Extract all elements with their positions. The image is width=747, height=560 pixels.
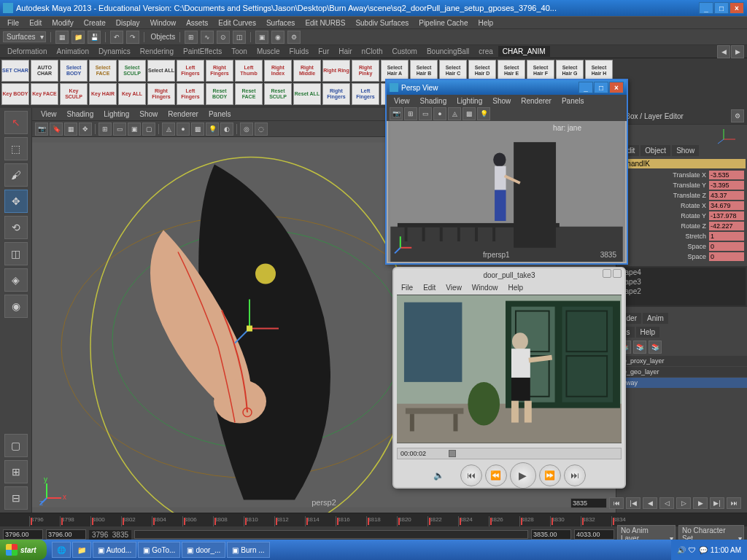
shelf-btn-select-body[interactable]: Select BODY (60, 60, 88, 82)
video-playhead[interactable] (449, 450, 456, 457)
layer-book2-icon[interactable]: 📚 (633, 341, 646, 354)
video-prev-button[interactable]: ⏮ (460, 464, 482, 486)
shelf-btn-select-sculp[interactable]: Select SCULP (118, 60, 146, 82)
menu-edit-nurbs[interactable]: Edit NURBS (301, 19, 349, 27)
attr-value-field[interactable]: 43.37 (709, 191, 744, 200)
menu-create[interactable]: Create (80, 19, 110, 27)
range-slider[interactable] (134, 530, 528, 539)
shelf-btn-key-face[interactable]: Key FACE (31, 83, 58, 105)
vp-menu-lighting[interactable]: Lighting (99, 110, 133, 118)
menu-help[interactable]: Help (473, 19, 498, 27)
module-dropdown[interactable]: Surfaces (3, 31, 46, 42)
range-start-field[interactable] (3, 529, 43, 540)
shelf-btn-right-fingers[interactable]: Right Fingers (206, 60, 233, 82)
shelf-btn-right-ring[interactable]: Right Ring (322, 60, 350, 82)
shelf-btn-right-middle[interactable]: Right Middle (293, 60, 321, 82)
menu-assets[interactable]: Assets (182, 19, 212, 27)
quicklaunch-2[interactable]: 📁 (72, 542, 91, 558)
snap-point-icon[interactable]: ⊙ (217, 31, 230, 44)
persp-menu-panels[interactable]: Panels (557, 97, 589, 105)
shelf-tab-dynamics[interactable]: Dynamics (94, 46, 135, 57)
vp-menu-view[interactable]: View (36, 110, 61, 118)
rotate-tool[interactable]: ⟲ (4, 216, 28, 239)
shelf-btn-key-body[interactable]: Key BODY (1, 83, 29, 105)
snap-plane-icon[interactable]: ◫ (233, 31, 246, 44)
vp-lights-icon[interactable]: 💡 (206, 122, 219, 136)
shelf-btn-left-thumb[interactable]: Left Thumb (235, 60, 263, 82)
new-scene-icon[interactable]: ▦ (55, 31, 69, 44)
persp-gate-icon[interactable]: ▭ (419, 107, 432, 120)
shelf-btn-right-fingers[interactable]: Right Fingers (322, 83, 350, 105)
layout-icon[interactable]: ⊟ (4, 486, 28, 510)
video-minimize-button[interactable] (603, 269, 611, 278)
video-scrubber[interactable]: 00:00:02 (397, 448, 622, 459)
shelf-btn-left-fingers[interactable]: Left Fingers (177, 60, 204, 82)
persp-wire-icon[interactable]: ◬ (448, 107, 461, 120)
move-tool[interactable]: ✥ (4, 190, 28, 213)
range-end-field[interactable] (574, 529, 614, 540)
vp-2d-pan-icon[interactable]: ✥ (79, 122, 92, 136)
attr-value-field[interactable]: -42.227 (709, 222, 744, 230)
shelf-btn-right-pinky[interactable]: Right Pinky (352, 60, 379, 82)
snap-curve-icon[interactable]: ∿ (201, 31, 214, 44)
current-frame-field[interactable] (570, 498, 607, 508)
persp-menu-view[interactable]: View (390, 97, 414, 105)
persp-minimize-button[interactable]: _ (578, 82, 593, 93)
vp-menu-renderer[interactable]: Renderer (163, 110, 203, 118)
shelf-btn-reset-face[interactable]: Reset FACE (235, 83, 263, 105)
shape-node[interactable]: hape4 (618, 268, 746, 277)
persp-close-button[interactable]: × (609, 82, 624, 93)
display-layer[interactable]: ne_proxy_layer (616, 356, 747, 366)
render-settings-icon[interactable]: ⚙ (287, 31, 301, 44)
close-button[interactable]: × (729, 2, 744, 14)
select-tool[interactable]: ↖ (4, 111, 28, 134)
shape-node[interactable]: 1 (618, 296, 746, 306)
save-icon[interactable]: 💾 (88, 31, 101, 44)
attr-value-field[interactable]: -137.978 (709, 211, 744, 220)
attr-value-field[interactable]: 1 (709, 232, 744, 241)
menu-pipeline-cache[interactable]: Pipeline Cache (414, 19, 472, 27)
taskbar-item[interactable]: ▣door_... (182, 542, 225, 558)
shelf-btn-select-all[interactable]: Select ALL (147, 60, 175, 82)
shape-node[interactable]: hape3 (618, 277, 746, 287)
video-menu-view[interactable]: View (441, 284, 466, 292)
vp-safe-icon[interactable]: ▢ (142, 122, 155, 136)
manip-tool[interactable]: ◈ (4, 268, 28, 292)
shelf-btn-reset-sculp[interactable]: Reset SCULP (264, 83, 292, 105)
undo-icon[interactable]: ↶ (110, 31, 123, 44)
menu-modify[interactable]: Modify (47, 19, 77, 27)
shelf-btn-right-index[interactable]: Right Index (264, 60, 292, 82)
layer-tab-anim[interactable]: Anim (643, 313, 668, 324)
vp-wireframe-icon[interactable]: ◬ (162, 122, 175, 136)
taskbar-item[interactable]: ▣Autod... (93, 542, 136, 558)
single-pane-icon[interactable]: ▢ (4, 434, 28, 457)
video-menu-window[interactable]: Window (468, 284, 503, 292)
vp-grid-icon[interactable]: ⊞ (98, 122, 112, 136)
vp-film-gate-icon[interactable]: ▭ (113, 122, 126, 136)
persp-view-window[interactable]: Persp View _ □ × ViewShadingLightingShow… (385, 79, 628, 265)
goto-start-button[interactable]: ⏮ (609, 497, 624, 509)
shelf-left-arrow-icon[interactable]: ◀ (717, 45, 730, 58)
video-menu-help[interactable]: Help (503, 284, 527, 292)
persp-maximize-button[interactable]: □ (594, 82, 608, 93)
shelf-tab-deformation[interactable]: Deformation (3, 46, 51, 57)
maximize-button[interactable]: □ (714, 2, 729, 14)
shelf-btn-left-fingers[interactable]: Left Fingers (352, 83, 379, 105)
vp-menu-show[interactable]: Show (135, 110, 162, 118)
display-layer[interactable]: allway (616, 378, 747, 388)
video-menu-file[interactable]: File (397, 284, 417, 292)
shelf-tab-toon[interactable]: Toon (227, 46, 252, 57)
menu-edit[interactable]: Edit (25, 19, 46, 27)
layer-book3-icon[interactable]: 📚 (649, 341, 662, 354)
step-back-button[interactable]: ◀ (643, 497, 657, 509)
four-pane-icon[interactable]: ⊞ (4, 460, 28, 483)
vp-xray-icon[interactable]: ◌ (255, 122, 268, 136)
shelf-right-arrow-icon[interactable]: ▶ (731, 45, 744, 58)
persp-viewport[interactable]: har: jane frpersp1 3835 (388, 121, 625, 262)
shelf-tab-muscle[interactable]: Muscle (252, 46, 285, 57)
persp-menu-shading[interactable]: Shading (416, 97, 452, 105)
shelf-tab-bouncingball[interactable]: BouncingBall (422, 46, 473, 57)
ipr-icon[interactable]: ◉ (271, 31, 285, 44)
quicklaunch-1[interactable]: 🌐 (52, 542, 71, 558)
persp-light-icon[interactable]: 💡 (477, 107, 490, 120)
